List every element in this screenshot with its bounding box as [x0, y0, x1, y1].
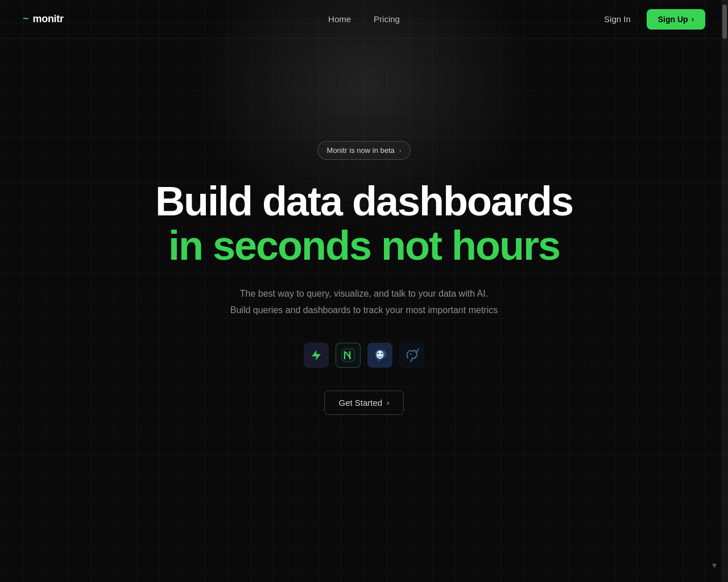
navbar: ~ monitr Home Pricing Sign In Sign Up › — [0, 0, 728, 39]
postgres-icon — [367, 343, 392, 368]
signup-label: Sign Up — [658, 15, 688, 24]
nav-link-pricing[interactable]: Pricing — [363, 10, 410, 28]
neon-icon — [336, 343, 361, 368]
nav-link-home[interactable]: Home — [318, 10, 361, 28]
tech-icons-row — [304, 343, 424, 368]
hero-description: The best way to query, visualize, and ta… — [230, 286, 498, 320]
signin-button[interactable]: Sign In — [595, 10, 640, 28]
get-started-label: Get Started — [338, 398, 382, 408]
scrollbar[interactable] — [721, 0, 728, 582]
svg-point-5 — [381, 352, 383, 354]
hero-desc-line2: AI. — [477, 289, 489, 298]
beta-badge-chevron-icon: › — [399, 147, 402, 154]
mysql-icon — [399, 343, 424, 368]
svg-point-4 — [378, 352, 379, 354]
logo-icon: ~ — [23, 13, 28, 25]
hero-desc-line1: The best way to query, visualize, and ta… — [240, 289, 475, 298]
hero-heading-line2: in seconds not hours — [168, 223, 560, 268]
supabase-icon — [304, 343, 329, 368]
hero-desc-line4: metrics — [469, 305, 498, 315]
hero-desc-line3: Build queries and dashboards to track yo… — [230, 305, 466, 315]
nav-links: Home Pricing — [318, 10, 410, 28]
hero-heading-line1: Build data dashboards — [155, 180, 573, 223]
hero-section: Monitr is now in beta › Build data dashb… — [0, 39, 728, 415]
beta-badge[interactable]: Monitr is now in beta › — [317, 141, 411, 160]
nav-actions: Sign In Sign Up › — [595, 9, 705, 30]
signup-button[interactable]: Sign Up › — [647, 9, 705, 30]
get-started-button[interactable]: Get Started › — [324, 390, 403, 415]
logo-area: ~ monitr — [23, 13, 64, 25]
signup-arrow-icon: › — [692, 15, 694, 23]
svg-point-6 — [410, 354, 411, 355]
scrollbar-thumb[interactable] — [722, 5, 727, 39]
get-started-arrow-icon: › — [387, 398, 389, 407]
logo-text: monitr — [33, 13, 64, 25]
beta-badge-text: Monitr is now in beta — [327, 146, 395, 155]
scroll-down-icon: ▾ — [712, 560, 717, 571]
